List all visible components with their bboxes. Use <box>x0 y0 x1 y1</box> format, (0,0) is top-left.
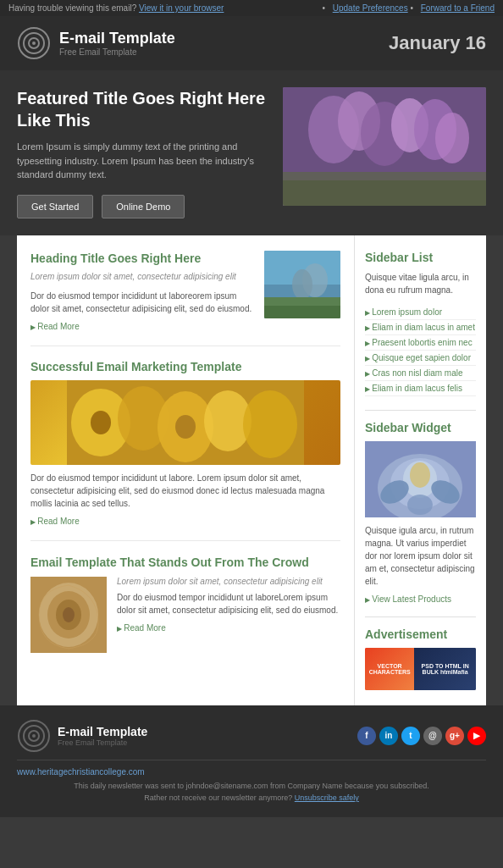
facebook-icon[interactable]: f <box>357 727 376 745</box>
svg-point-26 <box>175 415 196 439</box>
ad-left: VECTOR CHARACTERS <box>365 648 414 690</box>
footer-text: This daily newsletter was sent to johndo… <box>17 780 486 804</box>
footer-logo-name: E-mail Template <box>58 725 147 738</box>
unsubscribe-link[interactable]: Unsubscribe safely <box>295 793 359 802</box>
footer-logo-text: E-mail Template Free Email Template <box>58 725 147 747</box>
footer-top: E-mail Template Free Email Template f in… <box>17 719 486 753</box>
sidebar-widget-title: Sidebar Widget <box>365 410 476 434</box>
forward-link[interactable]: Forward to a Friend <box>421 3 495 13</box>
hero-image <box>283 87 486 206</box>
article-2-heading: Successful Email Marketing Template <box>30 360 340 373</box>
sidebar-widget-image <box>365 441 476 517</box>
get-started-button[interactable]: Get Started <box>17 195 93 218</box>
list-item[interactable]: Cras non nisl diam male <box>365 366 476 381</box>
sidebar-list: Lorem ipsum dolor Eliam in diam lacus in… <box>365 305 476 396</box>
article-3-body: Lorem ipsum dolor sit amet, consectetur … <box>30 577 340 653</box>
logo-name: E-mail Template <box>59 30 175 48</box>
svg-point-43 <box>32 734 36 738</box>
svg-rect-18 <box>264 306 340 318</box>
article-1-heading: Heading Title Goes Right Here <box>30 251 254 266</box>
svg-point-10 <box>435 113 469 163</box>
footer-website: www.heritagechristiancollege.com <box>17 767 486 777</box>
svg-point-36 <box>410 462 430 488</box>
article-2-body: Dor do eiusmod tempor incididunt ut labo… <box>30 472 340 510</box>
svg-point-25 <box>91 411 111 434</box>
logo-icon <box>17 26 51 60</box>
article-1-image <box>264 251 340 318</box>
content-area: Heading Title Goes Right Here Lorem ipsu… <box>17 235 486 705</box>
sidebar-widget-text: Quisque igula arcu, in rutrum magna. Ut … <box>365 524 476 588</box>
article-3-read-more[interactable]: Read More <box>117 623 166 633</box>
google-plus-icon[interactable]: g+ <box>445 727 464 745</box>
article-2: Successful Email Marketing Template Dor … <box>30 360 340 541</box>
update-prefs-link[interactable]: Update Preferences <box>333 3 408 13</box>
header: E-mail Template Free Email Template Janu… <box>0 16 503 70</box>
article-1-read-more[interactable]: Read More <box>30 322 80 331</box>
article-1-subheading: Lorem ipsum dolor sit amet, consectetur … <box>30 270 254 283</box>
list-item[interactable]: Eliam in diam lacus felis <box>365 381 476 396</box>
hero-buttons: Get Started Online Demo <box>17 195 266 218</box>
article-1-body: Dor do eiusmod tempor incididunt ut labo… <box>30 290 254 315</box>
list-item[interactable]: Lorem ipsum dolor <box>365 305 476 320</box>
footer: E-mail Template Free Email Template f in… <box>0 705 503 818</box>
view-products-link[interactable]: View Latest Products <box>365 594 451 604</box>
article-3-text: Lorem ipsum dolor sit amet, consectetur … <box>117 577 340 653</box>
footer-logo-tagline: Free Email Template <box>58 738 147 747</box>
logo-tagline: Free Email Template <box>59 47 175 57</box>
article-3-subheading: Lorem ipsum dolor sit amet, consectetur … <box>117 577 340 586</box>
article-2-image <box>30 380 340 465</box>
list-item[interactable]: Eliam in diam lacus in amet <box>365 320 476 335</box>
article-3-image <box>30 577 107 653</box>
svg-point-24 <box>243 390 297 458</box>
logo-area: E-mail Template Free Email Template <box>17 26 175 60</box>
social-icons: f in t @ g+ ▶ <box>357 727 486 745</box>
list-item[interactable]: Quisque eget sapien dolor <box>365 351 476 366</box>
topbar-left: Having trouble viewing this email? View … <box>8 3 224 13</box>
article-1: Heading Title Goes Right Here Lorem ipsu… <box>30 251 340 346</box>
article-3-heading: Email Template That Stands Out From The … <box>30 555 340 570</box>
date-display: January 16 <box>389 32 486 54</box>
list-item[interactable]: Praesent lobortis enim nec <box>365 335 476 351</box>
right-sidebar: Sidebar List Quisque vitae ligula arcu, … <box>355 235 486 705</box>
email-icon[interactable]: @ <box>423 727 442 745</box>
topbar-right: • Update Preferences • Forward to a Frie… <box>322 3 495 13</box>
article-2-read-more[interactable]: Read More <box>30 517 80 526</box>
footer-bottom: www.heritagechristiancollege.com This da… <box>17 760 486 804</box>
view-browser-link[interactable]: View it in your browser <box>139 3 224 13</box>
footer-logo: E-mail Template Free Email Template <box>17 719 147 753</box>
online-demo-button[interactable]: Online Demo <box>102 195 185 218</box>
footer-logo-icon <box>17 719 51 753</box>
svg-point-31 <box>63 607 75 622</box>
hero-section: Featured Title Goes Right Here Like This… <box>0 70 503 235</box>
twitter-icon[interactable]: t <box>401 727 420 745</box>
linkedin-icon[interactable]: in <box>379 727 398 745</box>
hero-image-placeholder <box>283 87 486 206</box>
svg-point-16 <box>292 269 312 300</box>
article-3: Email Template That Stands Out From The … <box>30 555 340 653</box>
hero-title: Featured Title Goes Right Here Like This <box>17 87 266 131</box>
ad-banner[interactable]: VECTOR CHARACTERS PSD TO HTML IN BULK ht… <box>365 648 476 690</box>
ad-right: PSD TO HTML IN BULK htmlMafia <box>414 648 476 690</box>
sidebar-intro: Quisque vitae ligula arcu, in dona eu ru… <box>365 271 476 296</box>
sidebar-list-title: Sidebar List <box>365 251 476 264</box>
svg-point-39 <box>407 495 433 515</box>
bird-image <box>264 251 340 318</box>
hero-content: Featured Title Goes Right Here Like This… <box>17 87 266 218</box>
logo-text: E-mail Template Free Email Template <box>59 30 175 58</box>
article-1-content: Heading Title Goes Right Here Lorem ipsu… <box>30 251 254 332</box>
svg-rect-12 <box>283 180 486 206</box>
main-wrapper: Heading Title Goes Right Here Lorem ipsu… <box>0 235 503 705</box>
top-bar: Having trouble viewing this email? View … <box>0 0 503 16</box>
svg-point-3 <box>32 41 36 45</box>
article-3-body-text: Dor do eiusmod tempor incididunt ut labo… <box>117 591 340 616</box>
youtube-icon[interactable]: ▶ <box>467 727 486 745</box>
sidebar-ad-title: Advertisement <box>365 616 476 641</box>
left-column: Heading Title Goes Right Here Lorem ipsu… <box>17 235 355 705</box>
hero-body: Lorem Ipsum is simply dummy text of the … <box>17 140 266 182</box>
